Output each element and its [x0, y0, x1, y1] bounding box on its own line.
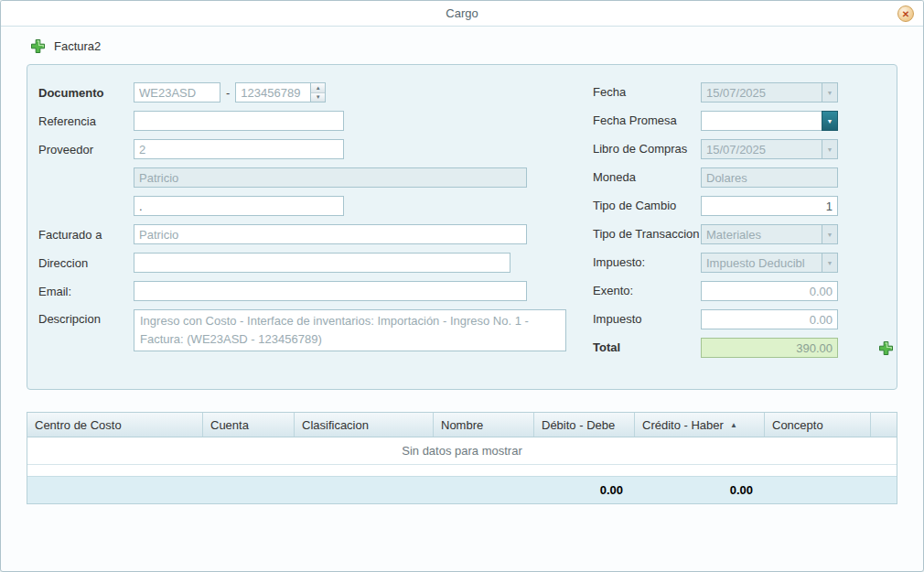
- col-label: Nombre: [441, 418, 483, 432]
- documento-separator: -: [226, 86, 230, 100]
- grid-empty-message: Sin datos para mostrar: [27, 437, 897, 465]
- grid-footer: 0.00 0.00: [27, 476, 897, 503]
- fecha-promesa-row: Fecha Promesa ▼: [593, 111, 894, 131]
- documento-row: Documento - ▲ ▼: [38, 82, 593, 103]
- libro-compras-dropdown-icon[interactable]: ▼: [822, 139, 838, 159]
- referencia-input[interactable]: [134, 111, 344, 131]
- direccion-row: Direccion: [38, 253, 593, 273]
- col-label: Clasificacion: [302, 418, 369, 432]
- documento-numero-spinner: ▲ ▼: [310, 82, 326, 103]
- direccion-input[interactable]: [134, 253, 510, 273]
- libro-compras-label: Libro de Compras: [593, 143, 701, 156]
- documento-serie-input[interactable]: [134, 82, 220, 103]
- tipo-cambio-row: Tipo de Cambio: [593, 196, 894, 216]
- fecha-combo: ▼: [701, 82, 838, 103]
- fecha-promesa-combo: ▼: [701, 111, 838, 131]
- exento-label: Exento:: [593, 285, 701, 298]
- exento-input[interactable]: [701, 281, 838, 301]
- proveedor-codigo-input[interactable]: [134, 139, 344, 159]
- referencia-row: Referencia: [38, 111, 593, 131]
- libro-compras-row: Libro de Compras ▼: [593, 139, 894, 159]
- email-row: Email:: [38, 281, 593, 301]
- fecha-input[interactable]: [701, 82, 822, 103]
- impuesto-tipo-label: Impuesto:: [593, 256, 701, 270]
- descripcion-label: Descripcion: [38, 309, 134, 326]
- proveedor-nombre-input[interactable]: [134, 167, 527, 188]
- spinner-up-icon[interactable]: ▲: [311, 83, 325, 93]
- tipo-transaccion-label: Tipo de Transaccion: [593, 228, 701, 242]
- add-line-icon[interactable]: [878, 340, 894, 356]
- fecha-promesa-dropdown-icon[interactable]: ▼: [822, 111, 838, 131]
- form-right-column: Fecha ▼ Fecha Promesa ▼ Libro de Compras…: [593, 82, 894, 378]
- footer-total-debito: 0.00: [534, 483, 635, 497]
- total-label: Total: [593, 341, 701, 355]
- descripcion-textarea[interactable]: Ingreso con Costo - Interface de inventa…: [134, 309, 566, 351]
- col-header-centro-de-costo[interactable]: Centro de Costo: [27, 413, 203, 437]
- libro-compras-input[interactable]: [701, 139, 822, 159]
- title-bar: Cargo ✕: [1, 1, 923, 27]
- descripcion-row: Descripcion Ingreso con Costo - Interfac…: [38, 309, 593, 351]
- proveedor-row: Proveedor: [38, 139, 593, 159]
- form-panel: Documento - ▲ ▼ Referencia Proveedor: [27, 64, 897, 390]
- proveedor-contacto-row: [38, 196, 593, 216]
- email-input[interactable]: [134, 281, 527, 301]
- spinner-down-icon[interactable]: ▼: [311, 93, 325, 103]
- facturado-label: Facturado a: [38, 228, 134, 242]
- documento-numero-field: ▲ ▼: [235, 82, 326, 103]
- dialog-title: Cargo: [446, 6, 478, 20]
- col-label: Crédito - Haber: [642, 418, 724, 432]
- moneda-input[interactable]: [701, 167, 838, 188]
- impuesto-tipo-combo: ▼: [701, 253, 838, 273]
- tipo-transaccion-dropdown-icon[interactable]: ▼: [822, 224, 838, 244]
- close-icon[interactable]: ✕: [897, 5, 914, 22]
- email-label: Email:: [38, 285, 134, 298]
- footer-total-credito: 0.00: [635, 483, 765, 497]
- fecha-promesa-input[interactable]: [701, 111, 822, 131]
- fecha-row: Fecha ▼: [593, 82, 894, 103]
- col-header-extra: [871, 413, 897, 437]
- total-row: Total: [593, 338, 894, 358]
- factura-label: Factura2: [54, 39, 101, 53]
- facturado-input[interactable]: [134, 224, 527, 244]
- facturado-row: Facturado a: [38, 224, 593, 244]
- fecha-promesa-label: Fecha Promesa: [593, 114, 701, 128]
- tipo-transaccion-input[interactable]: [701, 224, 822, 244]
- grid-body-filler: [27, 465, 897, 476]
- sort-asc-icon: ▲: [730, 421, 737, 429]
- factura-header: Factura2: [1, 27, 923, 64]
- moneda-row: Moneda: [593, 167, 894, 188]
- impuesto-tipo-input[interactable]: [701, 253, 822, 273]
- direccion-label: Direccion: [38, 256, 134, 270]
- proveedor-nombre-row: [38, 167, 593, 188]
- col-label: Centro de Costo: [35, 418, 122, 432]
- proveedor-label: Proveedor: [38, 143, 134, 156]
- col-header-nombre[interactable]: Nombre: [434, 413, 534, 437]
- col-header-concepto[interactable]: Concepto: [765, 413, 871, 437]
- referencia-label: Referencia: [38, 114, 134, 128]
- tipo-transaccion-row: Tipo de Transaccion ▼: [593, 224, 894, 244]
- col-label: Concepto: [772, 418, 823, 432]
- add-factura-icon[interactable]: [30, 38, 46, 54]
- impuesto-tipo-row: Impuesto: ▼: [593, 253, 894, 273]
- proveedor-contacto-input[interactable]: [134, 196, 344, 216]
- col-label: Débito - Debe: [542, 418, 615, 432]
- col-header-cuenta[interactable]: Cuenta: [203, 413, 295, 437]
- grid-header: Centro de Costo Cuenta Clasificacion Nom…: [27, 413, 897, 437]
- fecha-dropdown-icon[interactable]: ▼: [822, 82, 838, 103]
- impuesto-tipo-dropdown-icon[interactable]: ▼: [822, 253, 838, 273]
- total-input[interactable]: [701, 338, 838, 358]
- documento-label: Documento: [38, 86, 134, 100]
- col-header-clasificacion[interactable]: Clasificacion: [295, 413, 434, 437]
- col-label: Cuenta: [210, 418, 249, 432]
- cargo-dialog: Cargo ✕ Factura2 Documento - ▲: [0, 0, 924, 572]
- tipo-cambio-input[interactable]: [701, 196, 838, 216]
- col-header-credito-haber[interactable]: Crédito - Haber ▲: [635, 413, 765, 437]
- tipo-cambio-label: Tipo de Cambio: [593, 200, 701, 213]
- col-header-debito-debe[interactable]: Débito - Debe: [534, 413, 635, 437]
- form-left-column: Documento - ▲ ▼ Referencia Proveedor: [38, 82, 593, 378]
- impuesto-input[interactable]: [701, 309, 838, 329]
- exento-row: Exento:: [593, 281, 894, 301]
- documento-numero-input[interactable]: [235, 82, 310, 103]
- moneda-label: Moneda: [593, 171, 701, 185]
- tipo-transaccion-combo: ▼: [701, 224, 838, 244]
